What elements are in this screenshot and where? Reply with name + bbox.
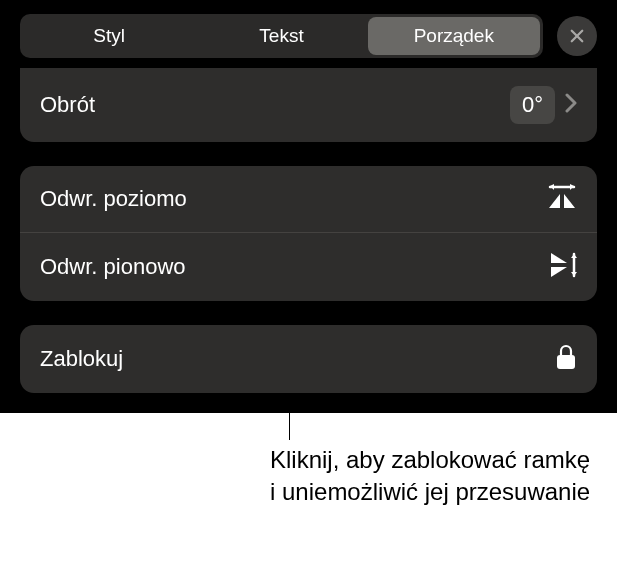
flip-vertical-icon [547,251,577,283]
svg-marker-10 [551,253,567,263]
close-button[interactable] [557,16,597,56]
flip-horizontal-icon [547,184,577,214]
flip-vertical-label: Odwr. pionowo [40,254,547,280]
close-icon [568,27,586,45]
rotation-row[interactable]: Obrót 0° [20,68,597,142]
chevron-right-icon [565,93,577,117]
rotation-section: Obrót 0° [20,68,597,142]
tab-style[interactable]: Styl [23,17,195,55]
format-panel: Styl Tekst Porządek Obrót 0° Odwr. pozio… [0,0,617,413]
svg-marker-5 [549,194,560,208]
flip-vertical-row[interactable]: Odwr. pionowo [20,232,597,301]
svg-marker-11 [551,267,567,277]
tab-group: Styl Tekst Porządek [20,14,543,58]
flip-horizontal-label: Odwr. poziomo [40,186,547,212]
annotation-text: Kliknij, aby zablokować ramkę i uniemożl… [270,444,600,509]
panel-header: Styl Tekst Porządek [0,0,617,68]
annotation-callout-line [289,396,290,440]
lock-label: Zablokuj [40,346,555,372]
rotation-label: Obrót [40,92,510,118]
tab-text[interactable]: Tekst [195,17,367,55]
flip-horizontal-row[interactable]: Odwr. poziomo [20,166,597,232]
svg-rect-12 [557,355,575,369]
flip-section: Odwr. poziomo Odwr. pionowo [20,166,597,301]
lock-icon [555,343,577,375]
lock-section: Zablokuj [20,325,597,393]
svg-marker-9 [571,272,577,276]
svg-marker-8 [571,254,577,258]
tab-arrangement[interactable]: Porządek [368,17,540,55]
rotation-value: 0° [510,86,555,124]
lock-row[interactable]: Zablokuj [20,325,597,393]
svg-marker-6 [564,194,575,208]
